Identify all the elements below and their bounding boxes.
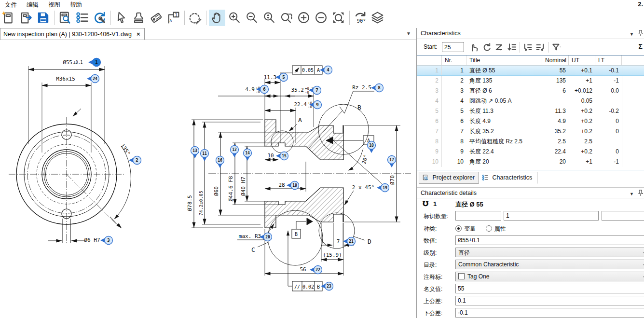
row-ut: +0.012 bbox=[569, 86, 595, 96]
toolbar-separator bbox=[206, 11, 206, 25]
tag-value: Tag One bbox=[467, 273, 489, 280]
balloon-5[interactable]: 5 bbox=[275, 73, 288, 82]
pan-hand-button[interactable] bbox=[209, 10, 225, 26]
radio-attribute[interactable] bbox=[486, 225, 492, 232]
menu-item-1[interactable]: 编辑 bbox=[22, 0, 43, 10]
balloon-2[interactable]: 2 bbox=[129, 156, 141, 165]
balloon-24[interactable]: 24 bbox=[87, 75, 99, 83]
balloon-3[interactable]: 3 bbox=[100, 236, 113, 245]
column-header-UT[interactable]: UT bbox=[569, 55, 595, 65]
balloon-23[interactable]: 23 bbox=[321, 282, 333, 290]
table-row[interactable]: 88平均值粗糙度 Rz 2.52.52.5 bbox=[417, 137, 644, 147]
level-select[interactable]: 直径 bbox=[455, 248, 644, 257]
table-row[interactable]: 55长度 11.311.3+0.2-0.2 bbox=[417, 106, 644, 116]
panel-dropdown-icon[interactable]: ▼ bbox=[630, 32, 634, 37]
table-row[interactable]: 77长度 35.235.2+0.20 bbox=[417, 126, 644, 137]
column-header-LT[interactable]: LT bbox=[595, 55, 622, 65]
document-tab[interactable]: New inspection plan (A) | 930-1200-406-V… bbox=[0, 28, 145, 40]
table-row[interactable]: 33直径 Ø 66+0.0120.0 bbox=[417, 86, 644, 96]
row-lt: 0 bbox=[595, 116, 622, 126]
tag-tool-button[interactable] bbox=[148, 10, 164, 26]
zoom-fit-button[interactable] bbox=[330, 10, 347, 26]
select-cursor-button[interactable] bbox=[113, 10, 130, 26]
details-dropdown-icon[interactable]: ▼ bbox=[630, 192, 634, 196]
table-row[interactable]: 11直径 Ø 5555+0.1-0.1 bbox=[417, 66, 644, 76]
catalog-select[interactable]: Common Characteristic bbox=[455, 260, 644, 269]
balloon-16[interactable]: 16 bbox=[216, 156, 224, 168]
balloon-1[interactable]: 1 bbox=[88, 58, 101, 67]
project-search-button[interactable] bbox=[57, 10, 73, 26]
table-row[interactable]: 22角度 135135+1-1 bbox=[417, 76, 644, 86]
dimension-tool-button[interactable]: 1A bbox=[165, 10, 182, 26]
zoom-window-button[interactable] bbox=[278, 10, 295, 26]
id-qty-input-1[interactable] bbox=[455, 211, 501, 221]
enlarge-button[interactable] bbox=[296, 10, 312, 26]
table-row[interactable]: 99长度 22.422.4+0.20 bbox=[417, 147, 644, 157]
characteristics-list-button[interactable] bbox=[74, 10, 91, 26]
balloon-17[interactable]: 17 bbox=[388, 156, 396, 168]
sum-icon[interactable]: Σ bbox=[639, 42, 643, 50]
upper-tol-input[interactable] bbox=[455, 296, 644, 305]
column-header-Nominal[interactable]: Nominal bbox=[542, 55, 569, 65]
link-next-button[interactable] bbox=[534, 41, 547, 54]
balloon-8[interactable]: 8 bbox=[371, 84, 384, 92]
table-row[interactable]: 44圆跳动 ↗ 0.05 A0.05 bbox=[417, 96, 644, 106]
menu-item-0[interactable]: 文件 bbox=[0, 0, 22, 10]
reduce-button[interactable] bbox=[313, 10, 329, 26]
renumber-button[interactable] bbox=[480, 41, 493, 54]
zoom-in-button[interactable] bbox=[226, 10, 243, 26]
drawing-canvas[interactable]: Ø55±0.1M36x15135°Ø6 H711.34.9+0.2-035.2+… bbox=[0, 40, 416, 318]
details-pin-icon[interactable] bbox=[638, 190, 644, 198]
menu-item-2[interactable]: 视图 bbox=[43, 0, 65, 10]
radio-variable[interactable] bbox=[455, 225, 462, 232]
balloon-11[interactable]: 11 bbox=[201, 150, 209, 162]
value-input[interactable] bbox=[455, 235, 644, 245]
id-qty-input-3[interactable] bbox=[602, 211, 644, 221]
pointer-hand-button[interactable] bbox=[468, 41, 480, 54]
column-header-Nr.[interactable]: Nr. bbox=[442, 55, 466, 65]
balloon-10[interactable]: 10 bbox=[368, 141, 376, 153]
column-header-blank[interactable] bbox=[417, 55, 442, 65]
balloon-4[interactable]: 4 bbox=[320, 66, 332, 74]
tag-checkbox[interactable] bbox=[458, 273, 465, 279]
table-row[interactable]: 66长度 4.94.9+0.20 bbox=[417, 116, 644, 126]
tab-project-explorer[interactable]: Project explorer bbox=[419, 172, 480, 184]
layers-button[interactable] bbox=[370, 10, 386, 26]
zoom-out-button[interactable] bbox=[244, 10, 260, 26]
balloon-13[interactable]: 13 bbox=[191, 147, 199, 159]
filter-button[interactable] bbox=[550, 41, 562, 54]
balloon-21[interactable]: 21 bbox=[343, 237, 356, 246]
balloon-14[interactable]: 14 bbox=[244, 149, 252, 161]
row-extra bbox=[622, 106, 644, 116]
tab-characteristics[interactable]: Characteristics bbox=[479, 172, 537, 184]
new-inspection-plan-button[interactable] bbox=[0, 10, 17, 26]
balloon-18[interactable]: 18 bbox=[287, 181, 299, 190]
panel-pin-icon[interactable] bbox=[638, 30, 644, 38]
menu-item-3[interactable]: 帮助 bbox=[65, 0, 87, 10]
stamp-tool-button[interactable] bbox=[131, 10, 147, 26]
balloon-15[interactable]: 15 bbox=[276, 152, 288, 160]
column-header-Title[interactable]: Title bbox=[466, 55, 542, 65]
rotate-90-button[interactable]: 90° bbox=[352, 10, 369, 26]
start-input[interactable] bbox=[442, 42, 464, 52]
freehand-capture-button[interactable] bbox=[187, 10, 204, 26]
tab-close-icon[interactable]: × bbox=[137, 30, 140, 38]
tabstrip-menu-icon[interactable]: ▼ bbox=[406, 31, 411, 36]
update-settings-button[interactable] bbox=[92, 10, 108, 26]
id-qty-input-2[interactable] bbox=[504, 211, 599, 221]
open-inspection-plan-button[interactable] bbox=[18, 10, 34, 26]
lower-tol-input[interactable] bbox=[455, 308, 644, 318]
characteristics-panel-title: Characteristics bbox=[421, 30, 461, 37]
z-order-button[interactable] bbox=[493, 41, 506, 54]
balloon-22[interactable]: 22 bbox=[310, 266, 322, 274]
balloon-12[interactable]: 12 bbox=[231, 146, 239, 158]
tag-select[interactable]: Tag One bbox=[455, 272, 644, 281]
balloon-19[interactable]: 19 bbox=[377, 184, 389, 192]
link-prev-button[interactable] bbox=[521, 41, 534, 54]
table-row[interactable]: 1010角度 2020+1-1 bbox=[417, 157, 644, 167]
zoom-dynamic-button[interactable] bbox=[261, 10, 277, 26]
save-button[interactable] bbox=[35, 10, 52, 26]
sort-list-button[interactable] bbox=[506, 41, 518, 54]
nominal-input[interactable] bbox=[455, 284, 644, 293]
column-header-blank[interactable] bbox=[622, 55, 644, 65]
